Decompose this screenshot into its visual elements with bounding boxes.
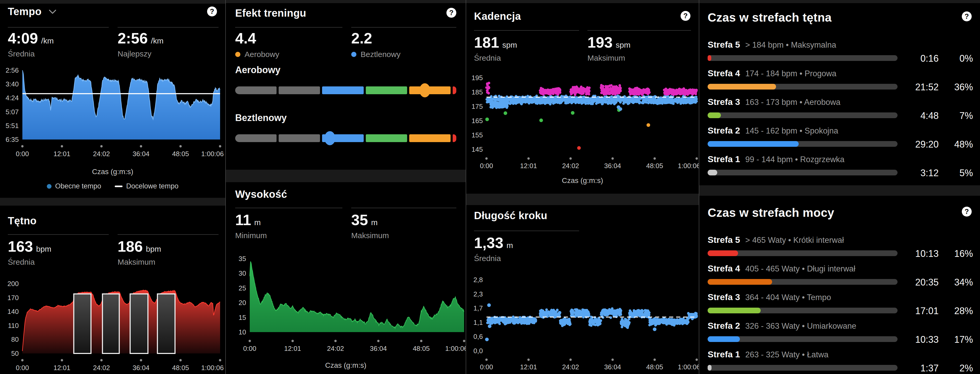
y-axis-tick: 170 xyxy=(8,294,19,302)
x-axis-tick: 36:04 xyxy=(604,363,621,371)
x-axis-tick-dot xyxy=(611,158,614,160)
x-axis-tick-dot xyxy=(334,340,337,342)
heart-rate-chart[interactable]: 20017014011080500:0012:0124:0236:0448:05… xyxy=(0,280,225,374)
zone-bar-fill xyxy=(708,279,772,285)
help-icon[interactable]: ? xyxy=(446,8,456,18)
help-icon[interactable]: ? xyxy=(681,11,690,21)
outlier-point xyxy=(488,324,492,328)
stat-value: 1,33 xyxy=(474,235,503,250)
zone-bar-track xyxy=(708,365,897,371)
cadence-chart[interactable]: 1951851751651551450:0012:0124:0236:0448:… xyxy=(466,72,699,185)
card-gap-top xyxy=(466,0,699,3)
pace-metric-dropdown[interactable]: Tempo xyxy=(8,6,57,18)
y-axis-tick: 155 xyxy=(472,131,483,139)
outlier-point xyxy=(646,123,650,127)
zone-time: 21:52 xyxy=(897,82,939,93)
stat-best-pace: 2:56/km Najlepszy xyxy=(118,31,163,58)
stat-aerobic-te: 4.4 Aerobowy xyxy=(235,31,279,59)
zone-range: 174 - 184 bpm • Progowa xyxy=(745,69,837,78)
x-axis-tick-dot xyxy=(377,340,380,342)
stat-max-cadence: 193spm Maksimum xyxy=(587,35,630,62)
zone-row-label: Strefa 2145 - 162 bpm • Spokojna xyxy=(708,126,838,135)
zone-time: 0:16 xyxy=(897,53,939,64)
outlier-point xyxy=(539,118,543,122)
stride-chart[interactable]: 2,82,31,71,10,60,00:0012:0124:0236:0448:… xyxy=(466,274,699,374)
x-axis-tick: 1:00:06 xyxy=(678,162,699,170)
outlier-point xyxy=(571,111,574,115)
x-axis-tick-dot xyxy=(140,145,142,148)
x-axis-label: Czas (g:m:s) xyxy=(466,177,699,185)
zone-time: 10:13 xyxy=(897,248,939,259)
aerobic-te-bar xyxy=(235,86,456,94)
x-axis-tick: 0:00 xyxy=(480,162,493,170)
zone-time: 17:01 xyxy=(897,306,939,317)
legend-dot-icon xyxy=(47,184,51,189)
te-bar-segment xyxy=(322,86,363,94)
x-axis-tick-dot xyxy=(180,359,182,361)
te-bar-segment xyxy=(366,86,407,94)
x-axis-tick: 1:00:06 xyxy=(445,345,466,352)
help-icon[interactable]: ? xyxy=(962,207,972,216)
hr-panel-title: Tętno xyxy=(8,215,37,227)
hr-zones-title: Czas w strefach tętna xyxy=(708,10,832,24)
chevron-down-icon xyxy=(48,9,57,14)
zone-range: 99 - 144 bpm • Rozgrzewka xyxy=(745,155,845,164)
zone-percent: 16% xyxy=(941,248,973,259)
stride-header: Długość kroku xyxy=(474,210,547,221)
pace-panel-title: Tempo xyxy=(8,6,41,18)
x-axis-tick: 0:00 xyxy=(480,363,493,371)
anaerobic-te-bar xyxy=(235,134,456,142)
x-axis-tick-dot xyxy=(420,340,423,342)
zone-bar-fill xyxy=(708,308,761,314)
x-axis-tick: 48:05 xyxy=(646,162,663,170)
help-icon[interactable]: ? xyxy=(207,6,217,16)
x-axis-label: Czas (g:m:s) xyxy=(0,168,225,176)
zone-name: Strefa 5 xyxy=(708,235,740,245)
zone-range: 405 - 465 Waty • Długi interwał xyxy=(745,264,855,274)
stat-label: Średnia xyxy=(474,254,513,263)
y-axis-tick: 30 xyxy=(239,269,246,277)
y-axis-tick: 110 xyxy=(8,322,19,329)
stat-label: Maksimum xyxy=(587,54,630,62)
interval-box xyxy=(130,294,148,353)
divider xyxy=(235,208,342,208)
zone-bar-track xyxy=(708,170,897,175)
outlier-point xyxy=(487,304,491,307)
x-axis-tick: 36:04 xyxy=(132,364,150,372)
x-axis-tick: 1:00:06 xyxy=(201,150,224,158)
card-gap xyxy=(0,198,225,205)
column-pace-heartrate: Tempo ? 4:09/km Średnia 2:56/km Najlepsz… xyxy=(0,0,225,374)
x-axis-tick: 12:01 xyxy=(53,150,70,158)
stat-label: Beztlenowy xyxy=(361,50,400,59)
y-axis-tick: 195 xyxy=(472,74,483,82)
outlier-point xyxy=(504,111,507,115)
y-axis-tick: 2,3 xyxy=(474,290,483,298)
stat-value: 4.4 xyxy=(235,31,256,46)
interval-box xyxy=(74,294,91,353)
y-axis-tick: 1,1 xyxy=(474,318,483,326)
y-axis-tick: 10 xyxy=(239,328,246,336)
stat-unit: bpm xyxy=(36,245,51,253)
x-axis-tick: 0:00 xyxy=(243,345,256,352)
zone-time: 1:37 xyxy=(897,363,939,374)
zone-range: 326 - 363 Waty • Umiarkowane xyxy=(745,321,856,331)
divider xyxy=(351,27,456,28)
zone-row-label: Strefa 5> 184 bpm • Maksymalna xyxy=(708,40,836,50)
stat-avg-hr: 163bpm Średnia xyxy=(8,239,51,266)
pace-chart[interactable]: 2:563:404:245:075:516:350:0012:0124:0236… xyxy=(0,67,225,158)
cadence-header: Kadencja xyxy=(474,10,521,22)
column-zones: Czas w strefach tętna ? Strefa 5> 184 bp… xyxy=(699,0,980,374)
y-axis-tick: 185 xyxy=(472,88,483,96)
x-axis-tick: 48:05 xyxy=(172,364,189,372)
stat-avg-cadence: 181spm Średnia xyxy=(474,35,517,62)
training-effect-title: Efekt treningu xyxy=(235,7,306,19)
divider xyxy=(587,30,691,31)
zone-time: 10:33 xyxy=(897,334,939,345)
hr-zones-header: Czas w strefach tętna xyxy=(708,10,832,24)
elevation-chart[interactable]: 3530252015100:0012:0124:0236:0448:051:00… xyxy=(226,252,466,361)
x-axis-tick-dot xyxy=(527,158,530,160)
x-axis-tick-dot xyxy=(100,359,103,361)
x-axis-tick-dot xyxy=(21,359,24,361)
zone-bar-fill xyxy=(708,170,717,175)
help-icon[interactable]: ? xyxy=(962,11,972,21)
